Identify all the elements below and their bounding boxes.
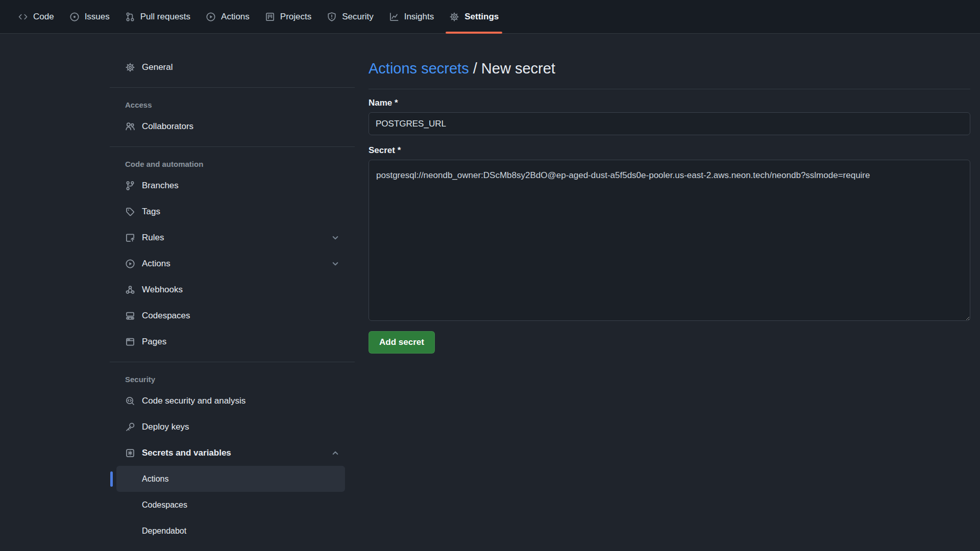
sidebar-item-secrets-and-variables[interactable]: Secrets and variables xyxy=(110,440,355,466)
chevron-up-icon xyxy=(330,448,340,458)
tab-label: Actions xyxy=(221,12,250,22)
sidebar-item-label: Tags xyxy=(142,207,160,217)
pull-request-icon xyxy=(125,12,135,22)
sidebar-subitem-codespaces[interactable]: Codespaces xyxy=(116,492,345,518)
sidebar-item-pages[interactable]: Pages xyxy=(110,329,355,355)
sidebar-item-tags[interactable]: Tags xyxy=(110,198,355,224)
repo-tab-nav: CodeIssuesPull requestsActionsProjectsSe… xyxy=(0,0,980,34)
sidebar-item-deploy-keys[interactable]: Deploy keys xyxy=(110,414,355,440)
sidebar-item-codespaces[interactable]: Codespaces xyxy=(110,303,355,329)
chevron-down-icon xyxy=(330,259,340,269)
chevron-down-icon xyxy=(330,233,340,243)
tab-settings[interactable]: Settings xyxy=(442,0,506,33)
rules-icon xyxy=(125,233,135,243)
gear-icon xyxy=(125,62,135,72)
tab-label: Settings xyxy=(464,12,499,22)
tab-label: Security xyxy=(342,12,373,22)
tab-label: Pull requests xyxy=(140,12,190,22)
sidebar-item-code-security-and-analysis[interactable]: Code security and analysis xyxy=(110,388,355,414)
sidebar-item-label: Actions xyxy=(142,259,170,269)
sidebar-item-general[interactable]: General xyxy=(110,54,355,80)
sidebar-item-label: Codespaces xyxy=(142,311,190,321)
sidebar-subitem-dependabot[interactable]: Dependabot xyxy=(116,518,345,544)
sidebar-divider xyxy=(110,362,355,362)
tab-actions[interactable]: Actions xyxy=(198,0,257,33)
branch-icon xyxy=(125,181,135,191)
settings-content: GeneralAccessCollaboratorsCode and autom… xyxy=(0,34,980,551)
secret-value-textarea[interactable]: postgresql://neondb_owner:DScMb8sy2BdO@e… xyxy=(369,160,970,321)
sidebar-item-actions[interactable]: Actions xyxy=(110,251,355,277)
sidebar-subitem-actions[interactable]: Actions xyxy=(116,466,345,492)
play-icon xyxy=(125,259,135,269)
sidebar-item-label: Pages xyxy=(142,337,166,347)
sidebar-subitem-label: Dependabot xyxy=(142,527,186,536)
insights-icon xyxy=(389,12,399,22)
issue-icon xyxy=(69,12,80,22)
code-icon xyxy=(18,12,28,22)
sidebar-subitem-label: Codespaces xyxy=(142,500,187,510)
secrets-icon xyxy=(125,448,135,458)
add-secret-button[interactable]: Add secret xyxy=(369,331,435,354)
sidebar-section-access: Access xyxy=(110,99,355,110)
sidebar-item-branches[interactable]: Branches xyxy=(110,172,355,198)
name-field-label: Name * xyxy=(369,98,970,108)
projects-icon xyxy=(265,12,275,22)
page-title: Actions secrets / New secret xyxy=(369,59,970,78)
gear-icon xyxy=(449,12,459,22)
tab-projects[interactable]: Projects xyxy=(257,0,319,33)
new-secret-form: Actions secrets / New secret Name * Secr… xyxy=(369,34,970,354)
webhook-icon xyxy=(125,285,135,295)
secret-field-label: Secret * xyxy=(369,145,970,156)
sidebar-item-webhooks[interactable]: Webhooks xyxy=(110,277,355,303)
sidebar-divider xyxy=(110,146,355,147)
tab-label: Projects xyxy=(280,12,311,22)
code-scan-icon xyxy=(125,396,135,406)
settings-sidebar: GeneralAccessCollaboratorsCode and autom… xyxy=(110,34,355,551)
tab-insights[interactable]: Insights xyxy=(381,0,442,33)
key-icon xyxy=(125,422,135,432)
sidebar-item-collaborators[interactable]: Collaborators xyxy=(110,113,355,139)
pages-icon xyxy=(125,337,135,347)
sidebar-item-label: Branches xyxy=(142,181,179,191)
tab-issues[interactable]: Issues xyxy=(62,0,117,33)
sidebar-item-label: Webhooks xyxy=(142,285,183,295)
shield-icon xyxy=(327,12,337,22)
sidebar-item-label: General xyxy=(142,62,173,72)
tab-label: Issues xyxy=(85,12,110,22)
tab-security[interactable]: Security xyxy=(319,0,381,33)
play-icon xyxy=(206,12,216,22)
tab-pull-requests[interactable]: Pull requests xyxy=(117,0,198,33)
breadcrumb-current: New secret xyxy=(481,60,555,77)
sidebar-item-label: Collaborators xyxy=(142,121,193,132)
breadcrumb-separator: / xyxy=(473,60,477,77)
tab-label: Insights xyxy=(404,12,434,22)
title-divider xyxy=(369,89,970,89)
tab-label: Code xyxy=(33,12,54,22)
sidebar-item-label: Code security and analysis xyxy=(142,396,246,406)
repo-tab-nav-items: CodeIssuesPull requestsActionsProjectsSe… xyxy=(10,0,506,33)
sidebar-item-rules[interactable]: Rules xyxy=(110,224,355,251)
codespaces-icon xyxy=(125,311,135,321)
sidebar-section-security: Security xyxy=(110,373,355,385)
sidebar-item-label: Secrets and variables xyxy=(142,448,231,458)
breadcrumb-actions-secrets-link[interactable]: Actions secrets xyxy=(369,60,469,77)
selected-indicator-bar xyxy=(110,471,113,487)
tag-icon xyxy=(125,207,135,217)
sidebar-item-label: Rules xyxy=(142,233,164,243)
people-icon xyxy=(125,121,135,132)
sidebar-item-label: Deploy keys xyxy=(142,422,189,432)
secret-name-input[interactable] xyxy=(369,112,970,135)
sidebar-divider xyxy=(110,87,355,88)
tab-code[interactable]: Code xyxy=(10,0,62,33)
sidebar-subitem-label: Actions xyxy=(142,474,168,484)
sidebar-section-code-and-automation: Code and automation xyxy=(110,158,355,169)
